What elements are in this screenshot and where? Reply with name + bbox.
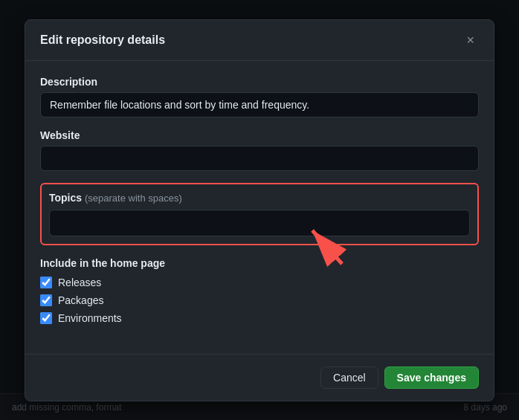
include-checkboxes: Releases Packages Environments <box>40 277 479 324</box>
description-group: Description <box>40 76 479 117</box>
website-group: Website <box>40 129 479 171</box>
environments-label: Environments <box>58 312 122 324</box>
website-input[interactable] <box>40 146 479 171</box>
dialog-footer: Cancel Save changes <box>25 354 494 401</box>
checkbox-packages[interactable]: Packages <box>40 294 479 306</box>
packages-checkbox[interactable] <box>40 294 52 306</box>
close-button[interactable]: × <box>462 32 479 48</box>
cancel-button[interactable]: Cancel <box>320 366 378 389</box>
topics-label-text: Topics <box>49 192 82 204</box>
topics-input[interactable] <box>49 210 470 236</box>
checkbox-releases[interactable]: Releases <box>40 277 479 288</box>
website-label: Website <box>40 129 479 141</box>
checkbox-environments[interactable]: Environments <box>40 312 479 324</box>
include-section-heading: Include in the home page <box>40 257 479 269</box>
topics-hint: (separate with spaces) <box>85 193 182 204</box>
dialog-body: Description Website Topics (separate wit… <box>25 61 494 354</box>
dialog-header: Edit repository details × <box>25 20 494 61</box>
dialog-title: Edit repository details <box>40 33 165 47</box>
releases-label: Releases <box>58 277 101 288</box>
topics-section: Topics (separate with spaces) <box>40 183 479 245</box>
packages-label: Packages <box>58 294 103 306</box>
description-label: Description <box>40 76 479 88</box>
releases-checkbox[interactable] <box>40 277 52 288</box>
environments-checkbox[interactable] <box>40 312 52 324</box>
edit-repository-dialog: Edit repository details × Description We… <box>25 19 494 401</box>
save-button[interactable]: Save changes <box>384 366 479 389</box>
description-input[interactable] <box>40 92 479 117</box>
topics-label: Topics (separate with spaces) <box>49 192 470 204</box>
